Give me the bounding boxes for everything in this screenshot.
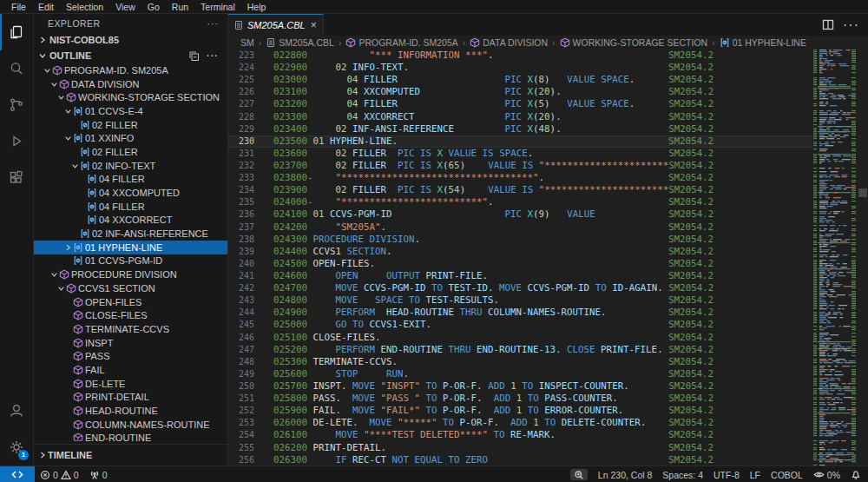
outline-item-01-ccvs-e-4[interactable]: 01 CCVS-E-4 xyxy=(34,104,227,118)
outline-item-terminate-ccvs[interactable]: TERMINATE-CCVS xyxy=(34,322,227,336)
outline-item-02-inf-ansi-reference[interactable]: 02 INF-ANSI-REFERENCE xyxy=(34,227,227,241)
zoom-status[interactable] xyxy=(565,466,593,482)
more-actions-icon[interactable]: ··· xyxy=(207,50,219,61)
split-editor-icon[interactable] xyxy=(822,19,834,30)
breadcrumb-item[interactable]: PROGRAM-ID. SM205A xyxy=(345,37,457,48)
outline-item-open-files[interactable]: OPEN-FILES xyxy=(34,295,227,309)
activity-account-icon[interactable] xyxy=(0,393,33,429)
outline-item-print-detail[interactable]: PRINT-DETAIL xyxy=(34,391,227,405)
menu-selection[interactable]: Selection xyxy=(60,2,109,12)
activity-run-debug-icon[interactable] xyxy=(0,123,33,160)
minimap[interactable] xyxy=(812,50,858,465)
code-line-253[interactable]: 253026000 DE-LETE. MOVE "*****" TO P-OR-… xyxy=(228,417,812,429)
code-line-256[interactable]: 256026300 IF REC-CT NOT EQUAL TO ZERO SM… xyxy=(228,454,812,465)
code-line-230[interactable]: 230023500 01 HYPHEN-LINE. SM2054.2 xyxy=(228,135,812,148)
visibility-status[interactable]: 0% xyxy=(808,466,845,482)
remote-indicator[interactable] xyxy=(0,466,35,482)
outline-item-column-names-routine[interactable]: COLUMN-NAMES-ROUTINE xyxy=(34,418,227,432)
activity-settings-gear-icon[interactable]: 1 xyxy=(0,429,33,465)
ports-status[interactable]: 0 xyxy=(84,466,113,482)
outline-item-head-routine[interactable]: HEAD-ROUTINE xyxy=(34,404,227,418)
activity-extensions-icon[interactable] xyxy=(0,160,33,196)
outline-item-01-ccvs-pgm-id[interactable]: 01 CCVS-PGM-ID xyxy=(34,254,227,268)
outline-item-02-info-text[interactable]: 02 INFO-TEXT xyxy=(34,159,227,173)
chevron-down-icon[interactable] xyxy=(63,106,73,116)
outline-item-04-filler[interactable]: 04 FILLER xyxy=(34,200,227,214)
activity-source-control-icon[interactable] xyxy=(0,87,33,123)
code-line-233[interactable]: 233023800- "****************************… xyxy=(228,172,812,184)
notifications-bell[interactable] xyxy=(845,466,868,482)
code-line-228[interactable]: 228023300 04 XXCORRECT PIC X(20). SM2054… xyxy=(228,111,812,123)
code-line-223[interactable]: 223022800 "*** INFORMATION ***". SM2054.… xyxy=(228,50,812,62)
vertical-scrollbar[interactable] xyxy=(858,50,868,465)
outline-header[interactable]: OUTLINE ··· xyxy=(34,48,227,63)
menu-run[interactable]: Run xyxy=(166,2,194,12)
code-line-241[interactable]: 241024600 OPEN OUTPUT PRINT-FILE. SM2054… xyxy=(228,270,812,282)
code-line-225[interactable]: 225023000 04 FILLER PIC X(8) VALUE SPACE… xyxy=(228,74,812,86)
code-line-234[interactable]: 234023900 02 FILLER PIC IS X(54) VALUE I… xyxy=(228,184,812,196)
code-editor[interactable]: 223022800 "*** INFORMATION ***". SM2054.… xyxy=(228,50,868,465)
timeline-header[interactable]: TIMELINE xyxy=(34,444,227,465)
chevron-down-icon[interactable] xyxy=(56,283,66,294)
code-line-248[interactable]: 248025300 TERMINATE-CCVS. SM2054.2 xyxy=(228,356,812,368)
activity-files-icon[interactable] xyxy=(0,14,33,50)
outline-item-01-hyphen-line[interactable]: 01 HYPHEN-LINE xyxy=(34,241,227,254)
menu-edit[interactable]: Edit xyxy=(32,2,60,12)
workspace-folder[interactable]: NIST-COBOL85 xyxy=(34,32,227,48)
cursor-position[interactable]: Ln 230, Col 8 xyxy=(593,466,657,482)
chevron-down-icon[interactable] xyxy=(49,269,59,280)
more-actions-icon[interactable]: ··· xyxy=(843,17,859,33)
code-line-238[interactable]: 238024300 PROCEDURE DIVISION. SM2054.2 xyxy=(228,234,812,246)
breadcrumb-item[interactable]: SM205A.CBL xyxy=(266,37,334,48)
code-line-236[interactable]: 236024100 01 CCVS-PGM-ID PIC X(9) VALUE … xyxy=(228,208,812,221)
outline-item-02-filler[interactable]: 02 FILLER xyxy=(34,145,227,159)
outline-item-close-files[interactable]: CLOSE-FILES xyxy=(34,308,227,322)
outline-item-pass[interactable]: PASS xyxy=(34,349,227,363)
breadcrumb-item[interactable]: SM xyxy=(240,37,254,48)
code-line-242[interactable]: 242024700 MOVE CCVS-PGM-ID TO TEST-ID. M… xyxy=(228,282,812,294)
indentation-status[interactable]: Spaces: 4 xyxy=(657,466,708,482)
code-line-246[interactable]: 246025100 CLOSE-FILES. SM2054.2 xyxy=(228,332,812,344)
code-line-235[interactable]: 235024000- "*************************". … xyxy=(228,196,812,208)
code-line-226[interactable]: 226023100 04 XXCOMPUTED PIC X(20). SM205… xyxy=(228,86,812,98)
menu-file[interactable]: File xyxy=(5,2,32,12)
outline-item-inspt[interactable]: INSPT xyxy=(34,336,227,350)
outline-item-01-xxinfo[interactable]: 01 XXINFO xyxy=(34,131,227,145)
outline-item-de-lete[interactable]: DE-LETE xyxy=(34,377,227,391)
scrollbar-thumb[interactable] xyxy=(858,188,867,197)
tab-sm205a[interactable]: SM205A.CBL × xyxy=(228,14,324,36)
code-line-252[interactable]: 252025900 FAIL. MOVE "FAIL*" TO P-OR-F. … xyxy=(228,405,812,417)
chevron-down-icon[interactable] xyxy=(70,161,80,171)
code-line-249[interactable]: 249025600 STOP RUN. SM2054.2 xyxy=(228,368,812,380)
code-line-227[interactable]: 227023200 04 FILLER PIC X(5) VALUE SPACE… xyxy=(228,98,812,110)
outline-item-program-id-sm205a[interactable]: PROGRAM-ID. SM205A xyxy=(34,63,227,77)
outline-item-end-routine[interactable]: END-ROUTINE xyxy=(34,432,227,441)
menu-help[interactable]: Help xyxy=(241,2,273,12)
menu-view[interactable]: View xyxy=(109,2,141,12)
code-line-224[interactable]: 224022900 02 INFO-TEXT. SM2054.2 xyxy=(228,62,812,74)
code-line-255[interactable]: 255026200 PRINT-DETAIL. SM2054.2 xyxy=(228,442,812,454)
breadcrumb-item[interactable]: 01 HYPHEN-LINE xyxy=(720,37,806,48)
breadcrumb-item[interactable]: DATA DIVISION xyxy=(470,37,548,48)
close-icon[interactable]: × xyxy=(311,21,317,30)
outline-item-data-division[interactable]: DATA DIVISION xyxy=(34,77,227,91)
outline-item-04-xxcomputed[interactable]: 04 XXCOMPUTED xyxy=(34,186,227,200)
menu-go[interactable]: Go xyxy=(141,2,166,12)
code-line-251[interactable]: 251025800 PASS. MOVE "PASS " TO P-OR-F. … xyxy=(228,393,812,405)
code-line-240[interactable]: 240024500 OPEN-FILES. SM2054.2 xyxy=(228,258,812,270)
outline-item-fail[interactable]: FAIL xyxy=(34,363,227,377)
code-line-237[interactable]: 237024200 "SM205A". SM2054.2 xyxy=(228,221,812,234)
language-status[interactable]: COBOL xyxy=(766,466,808,482)
chevron-right-icon[interactable] xyxy=(63,242,73,253)
breadcrumb-item[interactable]: WORKING-STORAGE SECTION xyxy=(560,37,708,48)
problems-status[interactable]: 0 0 xyxy=(35,466,84,482)
menu-terminal[interactable]: Terminal xyxy=(194,2,241,12)
code-line-231[interactable]: 231023600 02 FILLER PIC IS X VALUE IS SP… xyxy=(228,148,812,160)
chevron-down-icon[interactable] xyxy=(49,79,59,89)
code-line-247[interactable]: 247025200 PERFORM END-ROUTINE THRU END-R… xyxy=(228,344,812,356)
outline-item-working-storage-section[interactable]: WORKING-STORAGE SECTION xyxy=(34,90,227,104)
outline-item-04-xxcorrect[interactable]: 04 XXCORRECT xyxy=(34,214,227,228)
code-line-239[interactable]: 239024400 CCVS1 SECTION. SM2054.2 xyxy=(228,246,812,258)
code-line-245[interactable]: 245025000 GO TO CCVS1-EXIT. SM2054.2 xyxy=(228,319,812,331)
code-line-254[interactable]: 254026100 MOVE "****TEST DELETED****" TO… xyxy=(228,429,812,441)
